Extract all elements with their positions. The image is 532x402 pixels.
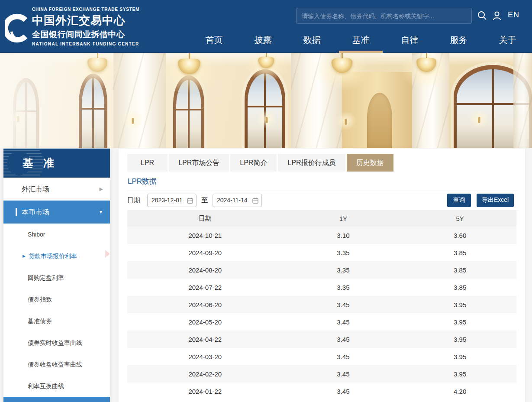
- language-toggle[interactable]: EN: [508, 10, 519, 19]
- cfets-c-swoosh-icon: [5, 10, 29, 48]
- nav-item-4[interactable]: 自律: [385, 30, 434, 53]
- cell: 3.35: [283, 249, 404, 256]
- cell: 2024-07-22: [127, 284, 283, 291]
- table-row: 2024-02-203.453.95: [127, 365, 516, 383]
- table-row: 2024-08-203.353.85: [127, 261, 516, 279]
- table-row: 2024-03-203.453.95: [127, 348, 516, 365]
- date-from-input[interactable]: [148, 194, 185, 207]
- sidebar: 基 准 外汇市场 ▶ 本币市场 ▼ ▶Shibor▶贷款市场报价利率▶回购定盘利…: [3, 149, 110, 402]
- logo-brand-cn2: 全国银行间同业拆借中心: [32, 29, 130, 40]
- cell: 3.95: [403, 301, 516, 308]
- cell: 3.45: [283, 336, 404, 343]
- cell: 3.85: [403, 249, 516, 256]
- cell: 3.45: [283, 301, 404, 308]
- date-filter-row: 日期 至 查询 导出Excel: [127, 193, 514, 207]
- caret-down-icon: ▼: [99, 201, 103, 224]
- cell: 3.45: [283, 370, 404, 378]
- sidebar-sub-item-4[interactable]: ▶基准债券: [3, 310, 110, 332]
- sidebar-sub-item-1[interactable]: ▶贷款市场报价利率: [3, 245, 110, 267]
- search-box: [296, 8, 472, 24]
- cell: 3.95: [403, 336, 516, 343]
- page: CHINA FOREIGN EXCHANGE TRADE SYSTEM 中国外汇…: [0, 0, 532, 402]
- date-to-input[interactable]: [213, 194, 250, 207]
- cell: 3.10: [283, 232, 404, 239]
- section-title: LPR数据: [128, 176, 157, 186]
- table-row: 2024-04-223.453.95: [127, 331, 516, 348]
- sidebar-header: 基 准: [3, 149, 110, 178]
- nav-item-6[interactable]: 关于: [483, 30, 532, 53]
- sidebar-sub-item-5[interactable]: ▶债券实时收益率曲线: [3, 332, 110, 353]
- cell: 3.45: [283, 388, 404, 395]
- tab-3[interactable]: LPR报价行成员: [278, 154, 345, 172]
- header-cell: 5Y: [403, 215, 516, 222]
- cell: 3.45: [283, 318, 404, 326]
- table-header-row: 日期1Y5Y: [127, 211, 516, 227]
- nav-item-0[interactable]: 首页: [190, 30, 239, 53]
- cell: 2024-05-20: [127, 318, 283, 326]
- nav-item-5[interactable]: 服务: [434, 30, 483, 53]
- content-panel: LPRLPR市场公告LPR简介LPR报价行成员历史数据 LPR数据 日期 至 查…: [119, 149, 525, 402]
- cell: 3.85: [403, 266, 516, 274]
- search-icon[interactable]: [477, 10, 487, 23]
- calendar-icon[interactable]: [252, 198, 258, 205]
- nav-item-1[interactable]: 披露: [239, 30, 287, 53]
- tab-0[interactable]: LPR: [127, 154, 168, 172]
- cell: 4.20: [403, 388, 516, 395]
- cell: 3.45: [283, 353, 404, 360]
- query-button[interactable]: 查询: [447, 194, 471, 207]
- hero-left-fade: [0, 53, 532, 148]
- logo-text-block: CHINA FOREIGN EXCHANGE TRADE SYSTEM 中国外汇…: [32, 7, 130, 46]
- date-label: 日期: [127, 196, 140, 204]
- cell: 3.95: [403, 318, 516, 326]
- logo-tagline-bottom: NATIONAL INTERBANK FUNDING CENTER: [32, 42, 130, 46]
- table-row: 2024-10-213.103.60: [127, 227, 516, 244]
- date-to-field: [213, 194, 262, 207]
- nav-item-3[interactable]: 基准: [336, 30, 385, 53]
- sidebar-sub-item-7[interactable]: ▶利率互换曲线: [3, 375, 110, 397]
- search-input[interactable]: [297, 8, 471, 23]
- chevron-right-icon: ▶: [100, 178, 103, 201]
- cell: 2024-06-20: [127, 301, 283, 308]
- lpr-tabs: LPRLPR市场公告LPR简介LPR报价行成员历史数据: [127, 154, 393, 172]
- tab-1[interactable]: LPR市场公告: [169, 154, 229, 172]
- header-cell: 1Y: [283, 215, 404, 222]
- cell: 2024-04-22: [127, 336, 283, 343]
- cell: 3.85: [403, 284, 516, 291]
- active-triangle-icon: ▶: [23, 245, 26, 267]
- header-cell: 日期: [127, 214, 283, 223]
- table-row: 2024-01-223.454.20: [127, 383, 516, 400]
- cell: 3.60: [403, 232, 516, 239]
- cell: 3.95: [403, 370, 516, 378]
- export-excel-button[interactable]: 导出Excel: [477, 194, 514, 207]
- to-label: 至: [201, 196, 208, 204]
- sidebar-bottom-strip: [3, 397, 110, 402]
- sidebar-sub-item-2[interactable]: ▶回购定盘利率: [3, 267, 110, 289]
- sidebar-sub-item-3[interactable]: ▶债券指数: [3, 289, 110, 310]
- user-icon[interactable]: [492, 10, 502, 23]
- tab-4[interactable]: 历史数据: [347, 154, 393, 172]
- sidebar-sub-item-6[interactable]: ▶债券收盘收益率曲线: [3, 353, 110, 375]
- sidebar-collapse-handle[interactable]: [105, 250, 110, 258]
- lpr-data-table: 日期1Y5Y2024-10-213.103.602024-09-203.353.…: [127, 211, 516, 400]
- calendar-icon[interactable]: [187, 198, 193, 205]
- cell: 2024-10-21: [127, 232, 283, 239]
- date-from-field: [147, 194, 197, 207]
- cell: 3.95: [403, 353, 516, 360]
- main-nav: 首页披露数据基准自律服务关于: [190, 30, 532, 53]
- table-row: 2024-07-223.353.85: [127, 279, 516, 296]
- divider: [127, 191, 518, 191]
- cell: 3.35: [283, 284, 404, 291]
- cell: 2024-08-20: [127, 266, 283, 274]
- logo-tagline-top: CHINA FOREIGN EXCHANGE TRADE SYSTEM: [32, 7, 130, 12]
- logo-brand-cn: 中国外汇交易中心: [32, 13, 130, 28]
- cell: 2024-03-20: [127, 353, 283, 360]
- nav-item-2[interactable]: 数据: [287, 30, 336, 53]
- sidebar-item-local-market[interactable]: 本币市场 ▼: [3, 201, 110, 224]
- tab-2[interactable]: LPR简介: [230, 154, 277, 172]
- sidebar-item-fx-market[interactable]: 外汇市场 ▶: [3, 178, 110, 201]
- cfets-logo[interactable]: CHINA FOREIGN EXCHANGE TRADE SYSTEM 中国外汇…: [4, 7, 130, 49]
- sidebar-subnav: ▶Shibor▶贷款市场报价利率▶回购定盘利率▶债券指数▶基准债券▶债券实时收益…: [3, 224, 110, 397]
- active-vbar: [16, 208, 17, 216]
- cell: 2024-02-20: [127, 370, 283, 378]
- sidebar-sub-item-0[interactable]: ▶Shibor: [3, 224, 110, 245]
